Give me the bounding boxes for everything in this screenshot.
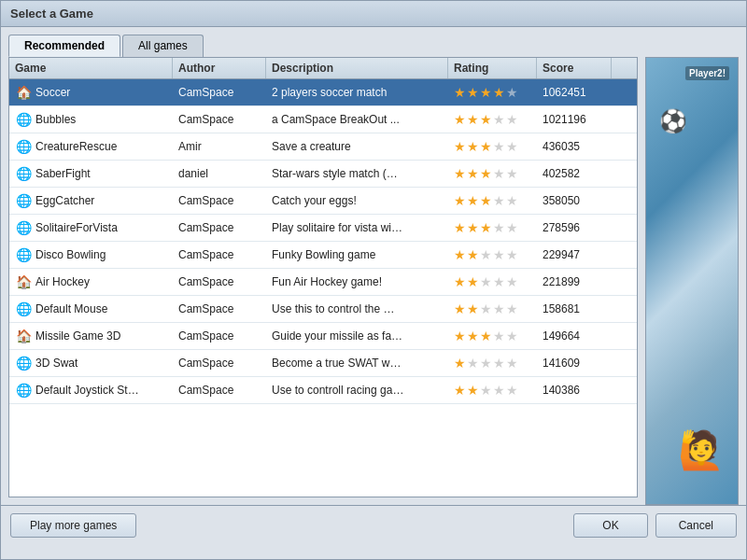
game-rating: ★★★★★	[448, 296, 537, 322]
game-name: Air Hockey	[35, 275, 90, 288]
game-rating: ★★★★★	[448, 106, 537, 133]
star-full: ★	[467, 113, 479, 126]
star-full: ★	[467, 329, 479, 343]
game-author: CamSpace	[173, 242, 266, 268]
game-author: Amir	[173, 133, 266, 160]
game-icon: 🌐	[15, 165, 32, 182]
preview-scene: Player2! ⚽ 🙋	[650, 62, 734, 500]
game-author: CamSpace	[173, 215, 266, 241]
dialog-title: Select a Game	[10, 7, 93, 21]
preview-score: Player2!	[685, 66, 729, 80]
table-row[interactable]: 🌐Default Joystick St…CamSpaceUse to cont…	[9, 377, 637, 404]
tab-recommended[interactable]: Recommended	[8, 35, 120, 57]
game-score: 436035	[537, 133, 612, 160]
star-full: ★	[467, 194, 479, 207]
star-empty: ★	[506, 167, 518, 180]
game-description: a CamSpace BreakOut ...	[266, 106, 448, 133]
game-icon: 🌐	[15, 301, 32, 317]
star-full: ★	[454, 140, 466, 153]
star-full: ★	[467, 140, 479, 153]
star-full: ★	[454, 275, 466, 288]
dialog-title-bar: Select a Game	[1, 1, 746, 27]
star-empty: ★	[493, 140, 505, 153]
game-icon: 🌐	[15, 219, 32, 236]
star-full: ★	[467, 221, 479, 234]
table-body[interactable]: 🏠SoccerCamSpace2 players soccer match★★★…	[9, 79, 637, 497]
star-empty: ★	[506, 384, 518, 397]
game-score: 149664	[537, 323, 612, 349]
game-rating: ★★★★★	[448, 133, 537, 160]
game-description: Star-wars style match (…	[266, 161, 448, 187]
star-empty: ★	[493, 302, 505, 315]
table-row[interactable]: 🌐SaberFightdanielStar-wars style match (…	[9, 161, 637, 188]
game-name: SaberFight	[35, 167, 91, 180]
table-row[interactable]: 🌐BubblesCamSpacea CamSpace BreakOut ...★…	[9, 106, 637, 133]
table-row[interactable]: 🏠Missile Game 3DCamSpaceGuide your missi…	[9, 323, 637, 350]
star-full: ★	[467, 248, 479, 261]
preview-image: Player2! ⚽ 🙋	[646, 58, 738, 504]
game-score: 141609	[537, 350, 612, 376]
game-description: 2 players soccer match	[266, 79, 448, 105]
preview-ball: ⚽	[659, 108, 687, 134]
game-name: 3D Swat	[35, 357, 78, 370]
game-description: Save a creature	[266, 133, 448, 160]
play-more-games-button[interactable]: Play more games	[10, 513, 136, 538]
star-full: ★	[480, 86, 492, 99]
table-row[interactable]: 🌐Disco BowlingCamSpaceFunky Bowling game…	[9, 242, 637, 269]
select-game-dialog: Select a Game Recommended All games Game…	[0, 0, 747, 560]
game-rating: ★★★★★	[448, 323, 537, 349]
table-row[interactable]: 🌐EggCatcherCamSpaceCatch your eggs!★★★★★…	[9, 188, 637, 215]
game-author: CamSpace	[173, 377, 266, 403]
table-row[interactable]: 🏠SoccerCamSpace2 players soccer match★★★…	[9, 79, 637, 106]
table-row[interactable]: 🏠Air HockeyCamSpaceFun Air Hockey game!★…	[9, 269, 637, 296]
game-preview: Player2! ⚽ 🙋	[645, 57, 739, 505]
game-name: EggCatcher	[35, 194, 94, 207]
star-full: ★	[480, 329, 492, 343]
star-full: ★	[454, 113, 466, 126]
table-header: Game Author Description Rating Score	[9, 58, 637, 79]
star-full: ★	[480, 113, 492, 126]
game-score: 278596	[537, 215, 612, 241]
table-row[interactable]: 🌐Default MouseCamSpaceUse this to contro…	[9, 296, 637, 323]
star-empty: ★	[506, 86, 518, 99]
game-description: Funky Bowling game	[266, 242, 448, 268]
game-icon: 🏠	[15, 273, 32, 290]
game-rating: ★★★★★	[448, 350, 537, 376]
star-empty: ★	[480, 384, 492, 397]
star-full: ★	[480, 221, 492, 234]
star-full: ★	[454, 302, 466, 315]
cancel-button[interactable]: Cancel	[655, 513, 737, 538]
star-empty: ★	[493, 167, 505, 180]
col-rating: Rating	[448, 58, 537, 78]
footer: Play more games OK Cancel	[1, 505, 746, 545]
game-icon: 🌐	[15, 355, 32, 371]
star-empty: ★	[480, 248, 492, 261]
star-full: ★	[480, 194, 492, 207]
col-description: Description	[266, 58, 448, 78]
game-author: daniel	[173, 161, 266, 187]
ok-button[interactable]: OK	[573, 513, 647, 538]
game-description: Become a true SWAT w…	[266, 350, 448, 376]
game-name: Default Joystick St…	[35, 384, 139, 397]
game-author: CamSpace	[173, 296, 266, 322]
content-area: Game Author Description Rating Score 🏠So…	[1, 57, 746, 505]
star-empty: ★	[493, 194, 505, 207]
table-row[interactable]: 🌐SolitaireForVistaCamSpacePlay solitaire…	[9, 215, 637, 242]
table-row[interactable]: 🌐CreatureRescueAmirSave a creature★★★★★4…	[9, 133, 637, 161]
star-full: ★	[467, 302, 479, 315]
star-empty: ★	[506, 140, 518, 153]
game-name: Bubbles	[35, 113, 76, 126]
game-score: 358050	[537, 188, 612, 214]
tab-all-games[interactable]: All games	[122, 35, 204, 57]
table-row[interactable]: 🌐3D SwatCamSpaceBecome a true SWAT w…★★★…	[9, 350, 637, 377]
star-empty: ★	[493, 221, 505, 234]
game-icon: 🌐	[15, 382, 32, 399]
preview-player: 🙋	[678, 428, 725, 472]
game-score: 1062451	[537, 79, 612, 105]
game-name: Missile Game 3D	[35, 329, 120, 343]
tab-bar: Recommended All games	[1, 27, 746, 57]
game-rating: ★★★★★	[448, 215, 537, 241]
game-rating: ★★★★★	[448, 79, 537, 105]
game-author: CamSpace	[173, 350, 266, 376]
footer-right-buttons: OK Cancel	[573, 513, 737, 538]
